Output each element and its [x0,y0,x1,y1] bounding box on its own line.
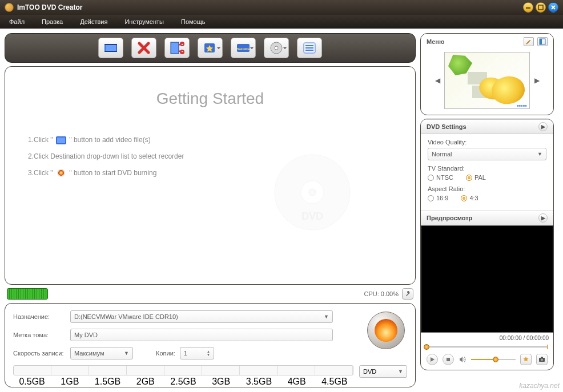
aspect-169-radio[interactable]: 16:9 [428,195,448,201]
step1-text-a: 1.Click " [28,136,53,144]
write-speed-label: Скорость записи: [13,350,70,357]
list-view-button[interactable] [297,38,322,58]
app-title: ImTOO DVD Creator [17,3,82,11]
dvd-settings-panel: DVD Settings ▶ Video Quality: Normal▼ TV… [420,119,554,370]
preview-time: 00:00:00 / 00:00:00 [500,335,549,341]
video-quality-select[interactable]: Normal▼ [428,148,546,160]
copies-value: 1 [184,350,187,357]
write-speed-select[interactable]: Максимум▼ [70,347,133,359]
volume-icon [459,355,467,363]
tv-pal-radio[interactable]: PAL [466,174,486,181]
menu-next-button[interactable]: ▶ [533,75,540,86]
add-video-button[interactable] [98,38,123,58]
menu-template-thumbnail[interactable]: ■■■■■ [444,52,530,109]
menu-tools[interactable]: Инструменты [124,18,164,25]
svg-text:DVD: DVD [301,211,323,222]
menu-file[interactable]: Файл [9,18,25,25]
aspect-43-radio[interactable]: 4:3 [461,195,478,201]
seek-slider[interactable] [427,345,548,349]
svg-rect-1 [538,5,543,10]
close-button[interactable] [548,2,558,13]
dvd-settings-title: DVD Settings [427,123,467,130]
step1-text-b: " button to add video file(s) [69,136,150,144]
svg-point-24 [309,189,316,196]
burn-icon [56,169,66,177]
stop-button[interactable] [443,354,454,365]
menu-panel: Меню ◀ ■■■■■ ▶ [420,33,554,115]
svg-point-30 [541,359,543,361]
disc-size-ruler: 0.5GB 1GB 1.5GB 2GB 2.5GB 3GB 3.5GB 4GB … [13,365,353,385]
svg-rect-4 [104,44,117,45]
destination-select[interactable]: D:(NECVMWar VMware IDE CDR10)▼ [70,310,333,323]
burn-button[interactable] [367,312,405,349]
snapshot-button[interactable] [536,354,548,365]
menu-edit[interactable]: Правка [42,18,63,25]
step3-text-b: " button to start DVD burning [69,169,156,177]
write-speed-value: Максимум [74,350,104,357]
burn-settings-panel: Назначение: D:(NECVMWar VMware IDE CDR10… [5,303,416,387]
subtitle-button[interactable]: Subtitle [231,38,256,58]
status-bar: CPU: 0.00% [5,288,416,300]
svg-rect-19 [57,138,65,143]
volume-label-label: Метка тома: [13,332,70,338]
menu-help[interactable]: Помощь [181,18,206,25]
menu-actions[interactable]: Действия [80,18,107,25]
preview-expand-button[interactable]: ▶ [538,213,548,223]
copies-spinner[interactable]: 1 ▲▼ [180,347,214,359]
svg-rect-5 [104,51,117,52]
disc-type-select[interactable]: DVD▼ [359,365,407,378]
svg-text:Subtitle: Subtitle [237,47,250,51]
video-quality-label: Video Quality: [428,139,546,146]
tv-standard-label: TV Standard: [428,165,546,172]
preview-title: Предпросмотр [427,215,472,221]
svg-point-21 [58,170,64,176]
add-video-icon [56,136,66,144]
svg-rect-28 [447,358,450,361]
destination-value: D:(NECVMWar VMware IDE CDR10) [74,313,178,320]
volume-label-input[interactable]: My DVD [70,329,333,341]
svg-rect-31 [541,357,543,358]
menu-templates-button[interactable] [537,37,548,46]
title-bar: ImTOO DVD Creator [0,0,563,15]
copies-label: Копии: [156,350,175,357]
effects-button[interactable] [198,38,223,58]
menu-bar: Файл Правка Действия Инструменты Помощь [0,15,563,29]
svg-rect-27 [540,39,542,45]
dvd-watermark-icon: DVD [272,152,352,232]
audio-button[interactable] [264,38,289,58]
play-button[interactable] [427,354,438,365]
content-area: Getting Started 1.Click " " button to ad… [5,66,416,285]
svg-rect-6 [171,42,179,54]
clip-button[interactable] [164,38,190,58]
cpu-usage-text: CPU: 0.00% [364,290,399,297]
maximize-button[interactable] [536,2,546,13]
volume-label-value: My DVD [74,332,98,338]
step3-text-a: 3.Click " [28,169,53,177]
remove-button[interactable] [131,38,156,58]
svg-rect-3 [106,45,116,51]
app-icon [5,3,14,12]
svg-rect-0 [526,7,530,9]
tv-ntsc-radio[interactable]: NTSC [428,174,453,181]
volume-slider[interactable] [471,358,516,361]
svg-point-13 [275,46,278,50]
settings-button[interactable] [402,288,413,300]
memory-usage-bar [7,288,48,300]
minimize-button[interactable] [523,2,533,13]
edit-menu-button[interactable] [524,37,534,46]
flame-icon [375,319,397,342]
menu-prev-button[interactable]: ◀ [434,75,441,86]
preview-video-area [421,225,553,333]
dvd-settings-expand-button[interactable]: ▶ [538,122,548,131]
main-toolbar: Subtitle [5,33,416,63]
disc-type-value: DVD [363,368,376,375]
getting-started-heading: Getting Started [28,90,392,108]
menu-panel-title: Меню [427,38,444,45]
video-quality-value: Normal [432,151,452,157]
favorite-button[interactable] [520,354,532,365]
destination-label: Назначение: [13,313,70,320]
aspect-ratio-label: Aspect Ratio: [428,185,546,192]
